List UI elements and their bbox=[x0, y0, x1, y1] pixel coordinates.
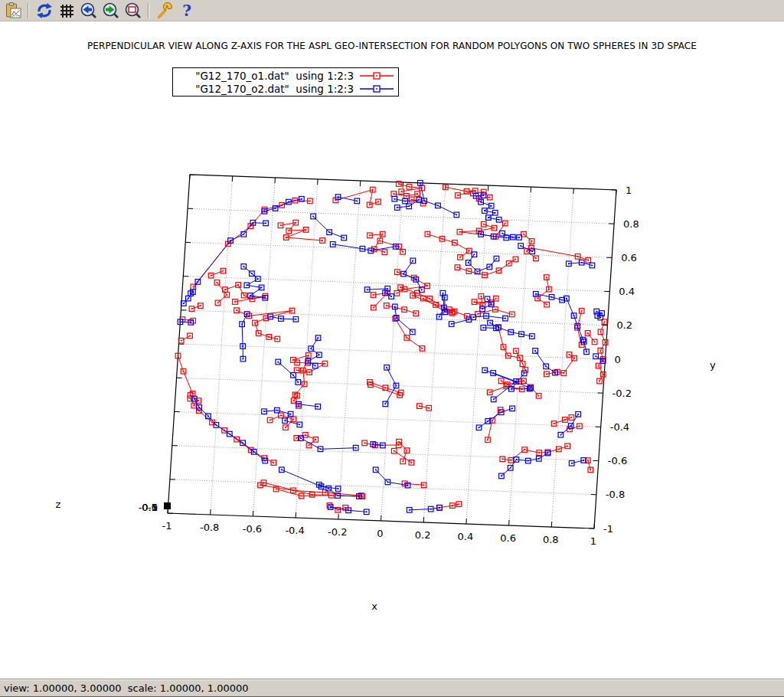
data-point-dot bbox=[273, 462, 274, 463]
toggle-grid-button[interactable] bbox=[56, 1, 77, 21]
y-tick-label: 0.4 bbox=[619, 286, 635, 297]
status-bar: view: 1.00000, 3.00000 scale: 1.00000, 1… bbox=[0, 679, 784, 697]
data-point-dot bbox=[241, 323, 243, 325]
data-point-dot bbox=[419, 405, 420, 407]
data-point-dot bbox=[194, 398, 195, 400]
data-point-dot bbox=[501, 411, 502, 413]
data-point-dot bbox=[293, 400, 295, 401]
data-point-dot bbox=[292, 359, 294, 361]
data-point-dot bbox=[207, 416, 209, 417]
data-point-dot bbox=[548, 289, 550, 290]
data-point-dot bbox=[317, 406, 318, 407]
data-point-dot bbox=[469, 270, 470, 272]
data-polyline bbox=[588, 333, 595, 342]
data-point-dot bbox=[236, 309, 237, 311]
data-point-dot bbox=[573, 358, 575, 359]
data-point-dot bbox=[384, 251, 386, 253]
zoom-autoscale-button[interactable] bbox=[122, 1, 143, 21]
data-point-dot bbox=[250, 295, 251, 296]
data-polyline bbox=[270, 415, 294, 427]
data-point-dot bbox=[561, 299, 563, 301]
data-point-dot bbox=[546, 277, 547, 278]
data-point-dot bbox=[304, 384, 305, 385]
data-point-dot bbox=[577, 414, 579, 415]
data-point-dot bbox=[270, 316, 271, 318]
data-point-dot bbox=[537, 298, 538, 299]
data-point-dot bbox=[538, 395, 540, 397]
data-point-dot bbox=[439, 507, 440, 509]
data-point-dot bbox=[180, 321, 181, 322]
data-point-dot bbox=[421, 290, 423, 291]
data-point-dot bbox=[429, 298, 430, 299]
replot-refresh-icon bbox=[35, 2, 54, 20]
data-point-dot bbox=[466, 191, 468, 192]
configure-button[interactable] bbox=[154, 1, 175, 21]
data-point-dot bbox=[330, 506, 332, 508]
zoom-next-icon bbox=[102, 2, 120, 20]
data-point-dot bbox=[406, 195, 407, 197]
data-point-dot bbox=[276, 339, 278, 340]
data-point-dot bbox=[243, 234, 244, 235]
data-point-dot bbox=[408, 205, 410, 207]
data-polyline bbox=[178, 356, 193, 394]
x-tick-label: 0.4 bbox=[458, 531, 474, 542]
data-polyline bbox=[387, 306, 416, 313]
data-point-dot bbox=[598, 365, 599, 367]
data-point-dot bbox=[308, 355, 309, 356]
replot-button[interactable] bbox=[34, 1, 54, 21]
data-point-dot bbox=[406, 337, 407, 339]
x-tick-label: 0.6 bbox=[500, 532, 516, 544]
zoom-previous-button[interactable] bbox=[78, 1, 99, 21]
data-point-dot bbox=[563, 372, 564, 374]
data-point-dot bbox=[422, 348, 423, 349]
data-point-dot bbox=[581, 262, 583, 263]
data-point-dot bbox=[524, 449, 525, 450]
data-point-dot bbox=[394, 450, 395, 452]
data-point-dot bbox=[397, 271, 398, 273]
data-point-dot bbox=[583, 460, 584, 461]
data-point-dot bbox=[402, 461, 403, 463]
data-point-dot bbox=[484, 210, 485, 211]
data-point-dot bbox=[315, 365, 316, 367]
data-polyline bbox=[308, 338, 319, 366]
data-point-dot bbox=[491, 303, 492, 305]
data-point-dot bbox=[496, 258, 498, 260]
data-point-dot bbox=[452, 505, 453, 506]
data-point-dot bbox=[483, 224, 485, 225]
data-point-dot bbox=[508, 263, 510, 264]
data-point-dot bbox=[498, 219, 500, 221]
copy-plot-button[interactable] bbox=[2, 1, 23, 21]
data-point-dot bbox=[485, 316, 487, 317]
data-point-dot bbox=[489, 197, 491, 198]
data-point-dot bbox=[590, 470, 591, 471]
data-point-dot bbox=[328, 231, 330, 233]
data-point-dot bbox=[325, 363, 326, 365]
data-point-dot bbox=[296, 395, 298, 397]
wrench-icon bbox=[155, 2, 174, 20]
data-point-dot bbox=[386, 305, 387, 306]
data-point-dot bbox=[178, 355, 179, 357]
data-point-dot bbox=[315, 439, 316, 440]
data-point-dot bbox=[254, 322, 256, 324]
data-point-dot bbox=[296, 362, 298, 364]
plot-area[interactable]: -1-0.8-0.6-0.4-0.200.20.40.60.81-1-0.8-0… bbox=[0, 21, 784, 679]
data-point-dot bbox=[546, 374, 547, 375]
data-point-dot bbox=[181, 340, 182, 342]
data-point-dot bbox=[415, 313, 416, 314]
toolbar: ? bbox=[0, 0, 784, 21]
data-polyline bbox=[413, 296, 455, 312]
zoom-next-button[interactable] bbox=[100, 1, 121, 21]
data-point-dot bbox=[531, 241, 533, 242]
data-point-dot bbox=[297, 381, 299, 383]
data-point-dot bbox=[459, 503, 460, 505]
data-point-dot bbox=[451, 323, 452, 325]
y-tick-label: 0.2 bbox=[616, 319, 632, 331]
help-button[interactable]: ? bbox=[176, 1, 197, 21]
data-point-dot bbox=[474, 254, 475, 255]
data-point-dot bbox=[577, 256, 579, 257]
grid-icon bbox=[57, 2, 76, 20]
data-point-dot bbox=[495, 298, 497, 299]
data-point-dot bbox=[338, 488, 339, 489]
y-tick-label: 0.6 bbox=[621, 252, 637, 263]
data-point-dot bbox=[558, 449, 560, 450]
